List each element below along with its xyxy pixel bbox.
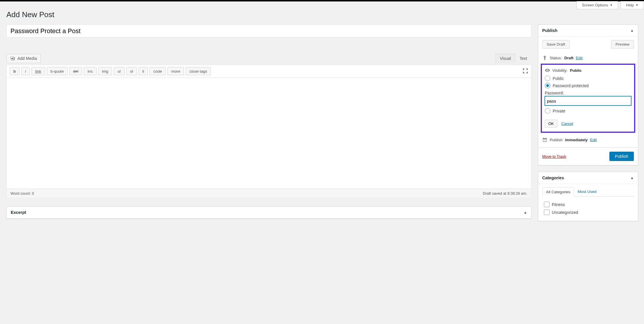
visibility-public-label: Public [553, 76, 564, 81]
tab-all-categories[interactable]: All Categories [542, 187, 574, 196]
toggle-excerpt-icon[interactable]: ▲ [524, 210, 527, 214]
visibility-cancel-link[interactable]: Cancel [561, 121, 573, 126]
qt-del[interactable]: del [69, 67, 82, 75]
qt-italic[interactable]: i [21, 67, 30, 75]
visibility-public-radio[interactable] [545, 76, 550, 81]
calendar-icon [542, 137, 547, 142]
qt-ins[interactable]: ins [84, 67, 96, 75]
publish-date-prefix: Publish [550, 138, 563, 142]
page-title: Add New Post [6, 1, 638, 24]
media-icon [10, 56, 15, 61]
qt-bold[interactable]: b [10, 67, 19, 75]
add-media-label: Add Media [17, 56, 37, 61]
qt-ul[interactable]: ul [114, 67, 124, 75]
qt-link[interactable]: link [31, 67, 45, 75]
editor-box: b i link b-quote del ins img ul ol li co… [6, 65, 531, 198]
screen-options-label: Screen Options [582, 3, 608, 7]
publish-button[interactable]: Publish [609, 152, 634, 161]
word-count-label: Word count: 0 [10, 191, 34, 196]
visibility-private-radio[interactable] [545, 108, 550, 114]
visibility-private-label: Private [553, 109, 565, 113]
category-label: Uncategorized [552, 210, 578, 215]
category-label: Fitness [552, 202, 565, 207]
caret-down-icon: ▼ [610, 3, 613, 7]
visibility-value: Public [570, 68, 582, 73]
qt-ol[interactable]: ol [126, 67, 137, 75]
visibility-ok-button[interactable]: OK [545, 120, 557, 128]
qt-more[interactable]: more [168, 67, 184, 75]
key-icon [542, 55, 547, 60]
qt-img[interactable]: img [98, 67, 112, 75]
content-textarea[interactable] [7, 78, 531, 189]
caret-down-icon: ▼ [636, 3, 638, 7]
help-button[interactable]: Help ▼ [620, 1, 644, 9]
visibility-password-label: Password protected [553, 83, 589, 88]
editor-tab-text[interactable]: Text [515, 53, 531, 63]
qt-bquote[interactable]: b-quote [47, 67, 68, 75]
help-label: Help [626, 3, 634, 7]
add-media-button[interactable]: Add Media [6, 54, 41, 63]
category-checkbox[interactable] [544, 210, 549, 215]
fullscreen-icon[interactable] [522, 68, 528, 75]
password-field-label: Password: [545, 89, 631, 96]
tab-most-used[interactable]: Most Used [574, 187, 600, 196]
post-password-input[interactable] [545, 96, 631, 105]
move-to-trash-link[interactable]: Move to Trash [542, 154, 566, 159]
toggle-categories-icon[interactable]: ▲ [630, 176, 634, 180]
visibility-label: Visibility: [552, 68, 567, 73]
status-label: Status: [550, 56, 562, 60]
visibility-password-radio[interactable] [545, 83, 550, 88]
categories-box-title: Categories [542, 176, 564, 180]
preview-button[interactable]: Preview [611, 40, 634, 49]
draft-saved-label: Draft saved at 9:38:26 am. [483, 191, 527, 196]
eye-icon [545, 68, 550, 73]
save-draft-button[interactable]: Save Draft [542, 40, 570, 49]
publish-date-value: immediately [565, 138, 588, 142]
edit-publish-date-link[interactable]: Edit [590, 138, 597, 142]
screen-options-button[interactable]: Screen Options ▼ [577, 1, 618, 9]
qt-close-tags[interactable]: close tags [186, 67, 211, 75]
edit-status-link[interactable]: Edit [576, 56, 583, 60]
status-value: Draft [564, 56, 574, 60]
qt-li[interactable]: li [138, 67, 148, 75]
excerpt-title: Excerpt [11, 210, 26, 215]
qt-code[interactable]: code [150, 67, 166, 75]
category-checkbox[interactable] [544, 202, 549, 207]
publish-box-title: Publish [542, 28, 557, 33]
editor-tab-visual[interactable]: Visual [495, 53, 515, 63]
toggle-publish-icon[interactable]: ▲ [630, 28, 634, 33]
post-title-input[interactable] [6, 24, 531, 37]
